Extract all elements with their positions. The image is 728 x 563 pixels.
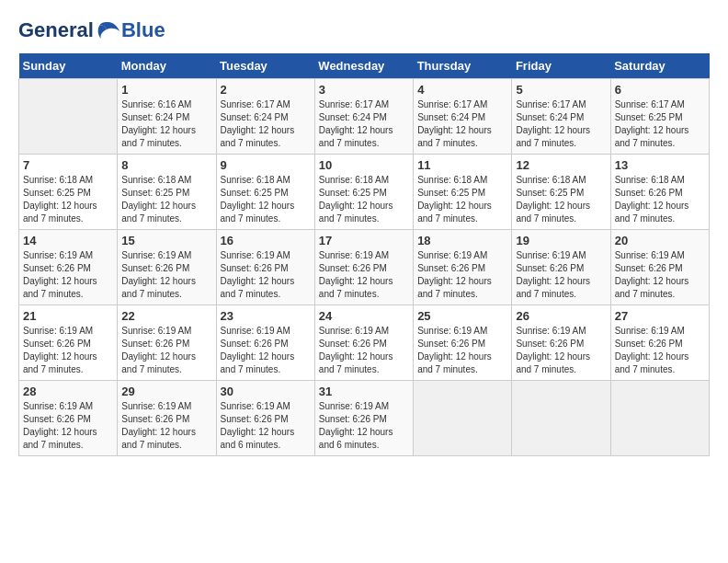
calendar-cell: 1Sunrise: 6:16 AM Sunset: 6:24 PM Daylig… — [118, 79, 216, 155]
calendar-week-row: 7Sunrise: 6:18 AM Sunset: 6:25 PM Daylig… — [19, 155, 710, 230]
calendar-cell: 3Sunrise: 6:17 AM Sunset: 6:24 PM Daylig… — [314, 79, 413, 155]
day-number: 8 — [121, 158, 211, 172]
calendar-week-row: 1Sunrise: 6:16 AM Sunset: 6:24 PM Daylig… — [19, 79, 710, 155]
day-number: 26 — [516, 309, 606, 323]
calendar-cell — [19, 79, 118, 155]
weekday-header-friday: Friday — [512, 53, 610, 79]
day-number: 16 — [221, 234, 311, 247]
calendar-cell: 12Sunrise: 6:18 AM Sunset: 6:25 PM Dayli… — [512, 155, 610, 230]
day-info: Sunrise: 6:17 AM Sunset: 6:24 PM Dayligh… — [417, 98, 507, 150]
day-number: 15 — [121, 234, 211, 247]
day-number: 24 — [319, 309, 409, 323]
day-number: 1 — [121, 83, 211, 97]
calendar-cell: 13Sunrise: 6:18 AM Sunset: 6:26 PM Dayli… — [610, 155, 709, 230]
calendar-cell: 14Sunrise: 6:19 AM Sunset: 6:26 PM Dayli… — [19, 230, 118, 305]
weekday-header-thursday: Thursday — [414, 53, 512, 79]
day-number: 29 — [121, 385, 211, 398]
calendar-cell: 7Sunrise: 6:18 AM Sunset: 6:25 PM Daylig… — [19, 155, 118, 230]
day-number: 11 — [417, 158, 507, 172]
weekday-header-tuesday: Tuesday — [216, 53, 314, 79]
weekday-header-monday: Monday — [118, 53, 216, 79]
calendar-cell: 9Sunrise: 6:18 AM Sunset: 6:25 PM Daylig… — [216, 155, 314, 230]
weekday-header-row: SundayMondayTuesdayWednesdayThursdayFrid… — [19, 53, 710, 79]
day-info: Sunrise: 6:17 AM Sunset: 6:25 PM Dayligh… — [615, 98, 705, 150]
day-number: 22 — [121, 309, 211, 323]
weekday-header-saturday: Saturday — [610, 53, 709, 79]
day-info: Sunrise: 6:18 AM Sunset: 6:25 PM Dayligh… — [516, 174, 606, 225]
day-info: Sunrise: 6:19 AM Sunset: 6:26 PM Dayligh… — [417, 249, 507, 301]
day-info: Sunrise: 6:18 AM Sunset: 6:25 PM Dayligh… — [319, 174, 409, 225]
day-info: Sunrise: 6:19 AM Sunset: 6:26 PM Dayligh… — [23, 325, 113, 376]
calendar-week-row: 28Sunrise: 6:19 AM Sunset: 6:26 PM Dayli… — [19, 381, 710, 456]
day-number: 6 — [615, 83, 705, 97]
day-number: 27 — [615, 309, 705, 323]
day-number: 18 — [417, 234, 507, 247]
day-number: 23 — [221, 309, 311, 323]
calendar-cell: 2Sunrise: 6:17 AM Sunset: 6:24 PM Daylig… — [216, 79, 314, 155]
calendar-cell: 24Sunrise: 6:19 AM Sunset: 6:26 PM Dayli… — [314, 305, 413, 381]
calendar-cell: 31Sunrise: 6:19 AM Sunset: 6:26 PM Dayli… — [314, 381, 413, 456]
calendar-cell: 18Sunrise: 6:19 AM Sunset: 6:26 PM Dayli… — [414, 230, 512, 305]
day-number: 31 — [319, 385, 409, 398]
calendar-cell: 5Sunrise: 6:17 AM Sunset: 6:24 PM Daylig… — [512, 79, 610, 155]
day-info: Sunrise: 6:19 AM Sunset: 6:26 PM Dayligh… — [516, 249, 606, 301]
calendar-cell: 11Sunrise: 6:18 AM Sunset: 6:25 PM Dayli… — [414, 155, 512, 230]
day-number: 10 — [319, 158, 409, 172]
calendar-cell: 23Sunrise: 6:19 AM Sunset: 6:26 PM Dayli… — [216, 305, 314, 381]
day-number: 28 — [23, 385, 113, 398]
calendar-cell: 28Sunrise: 6:19 AM Sunset: 6:26 PM Dayli… — [19, 381, 118, 456]
day-number: 30 — [221, 385, 311, 398]
page-header: General Blue — [18, 18, 710, 44]
day-number: 7 — [23, 158, 113, 172]
day-number: 19 — [516, 234, 606, 247]
day-info: Sunrise: 6:19 AM Sunset: 6:26 PM Dayligh… — [23, 400, 113, 452]
calendar-cell — [610, 381, 709, 456]
calendar-cell: 4Sunrise: 6:17 AM Sunset: 6:24 PM Daylig… — [414, 79, 512, 155]
day-info: Sunrise: 6:19 AM Sunset: 6:26 PM Dayligh… — [121, 400, 211, 452]
day-info: Sunrise: 6:19 AM Sunset: 6:26 PM Dayligh… — [121, 249, 211, 301]
day-number: 21 — [23, 309, 113, 323]
day-number: 4 — [417, 83, 507, 97]
day-number: 25 — [417, 309, 507, 323]
weekday-header-wednesday: Wednesday — [314, 53, 413, 79]
day-info: Sunrise: 6:19 AM Sunset: 6:26 PM Dayligh… — [417, 325, 507, 376]
day-number: 14 — [23, 234, 113, 247]
day-info: Sunrise: 6:18 AM Sunset: 6:25 PM Dayligh… — [221, 174, 311, 225]
calendar-cell: 27Sunrise: 6:19 AM Sunset: 6:26 PM Dayli… — [610, 305, 709, 381]
calendar-cell: 16Sunrise: 6:19 AM Sunset: 6:26 PM Dayli… — [216, 230, 314, 305]
day-info: Sunrise: 6:19 AM Sunset: 6:26 PM Dayligh… — [615, 325, 705, 376]
calendar-cell: 8Sunrise: 6:18 AM Sunset: 6:25 PM Daylig… — [118, 155, 216, 230]
day-info: Sunrise: 6:19 AM Sunset: 6:26 PM Dayligh… — [615, 249, 705, 301]
day-info: Sunrise: 6:18 AM Sunset: 6:25 PM Dayligh… — [417, 174, 507, 225]
calendar-cell: 6Sunrise: 6:17 AM Sunset: 6:25 PM Daylig… — [610, 79, 709, 155]
day-number: 9 — [221, 158, 311, 172]
day-info: Sunrise: 6:19 AM Sunset: 6:26 PM Dayligh… — [121, 325, 211, 376]
day-number: 5 — [516, 83, 606, 97]
calendar-cell: 26Sunrise: 6:19 AM Sunset: 6:26 PM Dayli… — [512, 305, 610, 381]
day-info: Sunrise: 6:17 AM Sunset: 6:24 PM Dayligh… — [319, 98, 409, 150]
day-number: 17 — [319, 234, 409, 247]
day-info: Sunrise: 6:18 AM Sunset: 6:25 PM Dayligh… — [23, 174, 113, 225]
day-info: Sunrise: 6:17 AM Sunset: 6:24 PM Dayligh… — [516, 98, 606, 150]
day-info: Sunrise: 6:17 AM Sunset: 6:24 PM Dayligh… — [221, 98, 311, 150]
logo: General Blue — [18, 18, 165, 44]
day-info: Sunrise: 6:19 AM Sunset: 6:26 PM Dayligh… — [23, 249, 113, 301]
calendar-cell — [414, 381, 512, 456]
day-number: 13 — [615, 158, 705, 172]
calendar-week-row: 14Sunrise: 6:19 AM Sunset: 6:26 PM Dayli… — [19, 230, 710, 305]
day-info: Sunrise: 6:19 AM Sunset: 6:26 PM Dayligh… — [516, 325, 606, 376]
calendar-table: SundayMondayTuesdayWednesdayThursdayFrid… — [18, 53, 710, 456]
calendar-cell — [512, 381, 610, 456]
day-number: 2 — [221, 83, 311, 97]
day-info: Sunrise: 6:19 AM Sunset: 6:26 PM Dayligh… — [221, 249, 311, 301]
day-info: Sunrise: 6:18 AM Sunset: 6:26 PM Dayligh… — [615, 174, 705, 225]
calendar-cell: 29Sunrise: 6:19 AM Sunset: 6:26 PM Dayli… — [118, 381, 216, 456]
day-info: Sunrise: 6:19 AM Sunset: 6:26 PM Dayligh… — [319, 325, 409, 376]
calendar-cell: 15Sunrise: 6:19 AM Sunset: 6:26 PM Dayli… — [118, 230, 216, 305]
logo-blue-text: Blue — [121, 18, 165, 42]
calendar-cell: 30Sunrise: 6:19 AM Sunset: 6:26 PM Dayli… — [216, 381, 314, 456]
logo-bird-icon — [96, 18, 121, 44]
calendar-week-row: 21Sunrise: 6:19 AM Sunset: 6:26 PM Dayli… — [19, 305, 710, 381]
calendar-cell: 19Sunrise: 6:19 AM Sunset: 6:26 PM Dayli… — [512, 230, 610, 305]
calendar-cell: 20Sunrise: 6:19 AM Sunset: 6:26 PM Dayli… — [610, 230, 709, 305]
